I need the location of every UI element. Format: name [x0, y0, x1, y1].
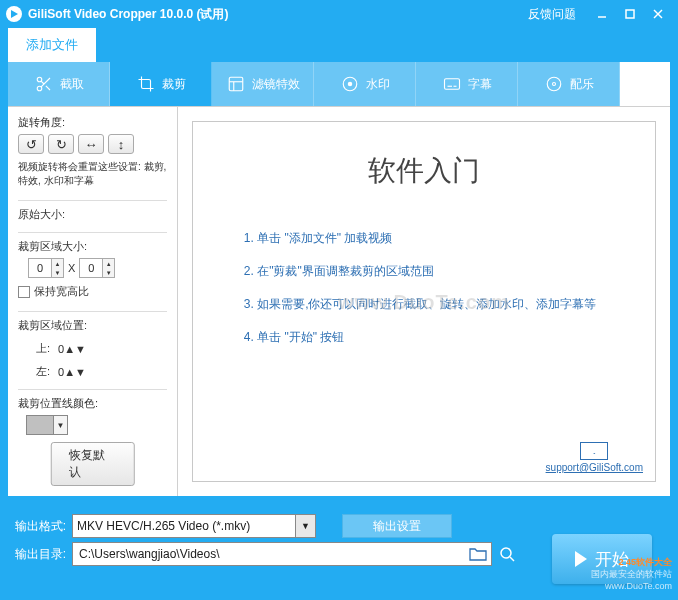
svg-point-18 — [547, 77, 561, 91]
svg-rect-15 — [444, 79, 459, 90]
step-3: 3. 如果需要,你还可以同时进行截取、旋转、添加水印、添加字幕等 — [244, 296, 604, 313]
divider — [18, 200, 167, 201]
tool-label: 配乐 — [570, 76, 594, 93]
tool-label: 裁剪 — [162, 76, 186, 93]
side-panel: 旋转角度: ↺ ↻ ↔ ↕ 视频旋转将会重置这些设置: 裁剪, 特效, 水印和字… — [8, 107, 178, 496]
step-4: 4. 单击 "开始" 按钮 — [244, 329, 604, 346]
maximize-button[interactable] — [616, 4, 644, 24]
toolbar: 截取 裁剪 滤镜特效 水印 字幕 配乐 — [8, 62, 670, 106]
crop-icon — [136, 74, 156, 94]
tool-crop[interactable]: 裁剪 — [110, 62, 212, 106]
rotate-cw-button[interactable]: ↻ — [48, 134, 74, 154]
spin-up[interactable]: ▲ — [103, 259, 114, 268]
svg-line-8 — [45, 86, 49, 90]
spin-up[interactable]: ▲ — [64, 343, 75, 355]
restore-defaults-button[interactable]: 恢复默认 — [50, 442, 135, 486]
music-icon — [544, 74, 564, 94]
format-value: MKV HEVC/H.265 Video (*.mkv) — [77, 519, 250, 533]
flip-v-button[interactable]: ↕ — [108, 134, 134, 154]
output-settings-button[interactable]: 输出设置 — [342, 514, 452, 538]
line-color-label: 裁剪位置线颜色: — [18, 396, 167, 411]
spin-down[interactable]: ▼ — [103, 268, 114, 277]
watermark-icon — [340, 74, 360, 94]
tool-cut[interactable]: 截取 — [8, 62, 110, 106]
tool-watermark[interactable]: 水印 — [314, 62, 416, 106]
left-label: 左: — [30, 364, 50, 379]
svg-point-20 — [501, 548, 511, 558]
output-dir-input[interactable]: C:\Users\wangjiao\Videos\ — [72, 542, 492, 566]
crop-pos-label: 裁剪区域位置: — [18, 318, 167, 333]
svg-line-21 — [510, 557, 514, 561]
scissors-icon — [34, 74, 54, 94]
spin-down[interactable]: ▼ — [52, 268, 63, 277]
svg-point-6 — [37, 86, 42, 91]
svg-point-14 — [347, 82, 352, 87]
divider — [18, 311, 167, 312]
feedback-link[interactable]: 反馈问题 — [528, 6, 576, 23]
aspect-checkbox[interactable] — [18, 286, 30, 298]
svg-marker-0 — [11, 10, 18, 18]
spin-down[interactable]: ▼ — [75, 366, 86, 378]
format-label: 输出格式: — [10, 518, 66, 535]
footer: 输出格式: MKV HEVC/H.265 Video (*.mkv) ▼ 输出设… — [0, 504, 678, 600]
svg-rect-2 — [626, 10, 634, 18]
svg-point-5 — [37, 77, 42, 82]
mail-icon[interactable] — [580, 442, 608, 460]
top-label: 上: — [30, 341, 50, 356]
step-2: 2. 在"剪裁"界面调整裁剪的区域范围 — [244, 263, 604, 280]
svg-rect-10 — [229, 77, 243, 91]
tool-label: 字幕 — [468, 76, 492, 93]
start-button[interactable]: 开始 — [552, 534, 652, 584]
app-title: GiliSoft Video Cropper 10.0.0 (试用) — [28, 6, 528, 23]
start-label: 开始 — [595, 548, 629, 571]
tool-subtitle[interactable]: 字幕 — [416, 62, 518, 106]
tool-music[interactable]: 配乐 — [518, 62, 620, 106]
tool-label: 滤镜特效 — [252, 76, 300, 93]
step-1: 1. 单击 "添加文件" 加载视频 — [244, 230, 604, 247]
app-icon — [6, 6, 22, 22]
spin-up[interactable]: ▲ — [64, 366, 75, 378]
divider — [18, 232, 167, 233]
flip-h-button[interactable]: ↔ — [78, 134, 104, 154]
titlebar: GiliSoft Video Cropper 10.0.0 (试用) 反馈问题 — [0, 0, 678, 28]
svg-line-9 — [41, 81, 44, 84]
support-link[interactable]: support@GiliSoft.com — [546, 462, 643, 473]
folder-icon[interactable] — [469, 546, 487, 562]
crop-size-label: 裁剪区域大小: — [18, 239, 167, 254]
tool-filter[interactable]: 滤镜特效 — [212, 62, 314, 106]
size-sep: X — [68, 262, 75, 274]
tool-label: 截取 — [60, 76, 84, 93]
add-file-tab[interactable]: 添加文件 — [8, 28, 96, 62]
svg-point-19 — [552, 83, 555, 86]
filetab-row: 添加文件 — [8, 28, 670, 62]
rotate-ccw-button[interactable]: ↺ — [18, 134, 44, 154]
chevron-down-icon: ▼ — [295, 515, 315, 537]
preview-area: 软件入门 1. 单击 "添加文件" 加载视频 2. 在"剪裁"界面调整裁剪的区域… — [178, 107, 670, 496]
line-color-swatch[interactable]: ▼ — [26, 415, 68, 435]
rotation-note: 视频旋转将会重置这些设置: 裁剪, 特效, 水印和字幕 — [18, 160, 167, 188]
output-format-select[interactable]: MKV HEVC/H.265 Video (*.mkv) ▼ — [72, 514, 316, 538]
dir-value: C:\Users\wangjiao\Videos\ — [79, 547, 220, 561]
search-icon[interactable] — [498, 545, 516, 563]
subtitle-icon — [442, 74, 462, 94]
close-button[interactable] — [644, 4, 672, 24]
tool-label: 水印 — [366, 76, 390, 93]
preview-title: 软件入门 — [368, 152, 480, 190]
crop-left-input[interactable]: 0▲▼ — [58, 366, 86, 378]
spin-up[interactable]: ▲ — [52, 259, 63, 268]
dir-label: 输出目录: — [10, 546, 66, 563]
orig-size-label: 原始大小: — [18, 207, 167, 222]
crop-height-input[interactable]: 0▲▼ — [79, 258, 115, 278]
filter-icon — [226, 74, 246, 94]
divider — [18, 389, 167, 390]
minimize-button[interactable] — [588, 4, 616, 24]
toolbar-spacer — [620, 62, 670, 106]
crop-width-input[interactable]: 0▲▼ — [28, 258, 64, 278]
spin-down[interactable]: ▼ — [75, 343, 86, 355]
preview-steps: 1. 单击 "添加文件" 加载视频 2. 在"剪裁"界面调整裁剪的区域范围 3.… — [244, 214, 604, 362]
rotation-label: 旋转角度: — [18, 115, 167, 130]
crop-top-input[interactable]: 0▲▼ — [58, 343, 86, 355]
play-icon — [575, 551, 587, 567]
aspect-label: 保持宽高比 — [34, 284, 89, 299]
